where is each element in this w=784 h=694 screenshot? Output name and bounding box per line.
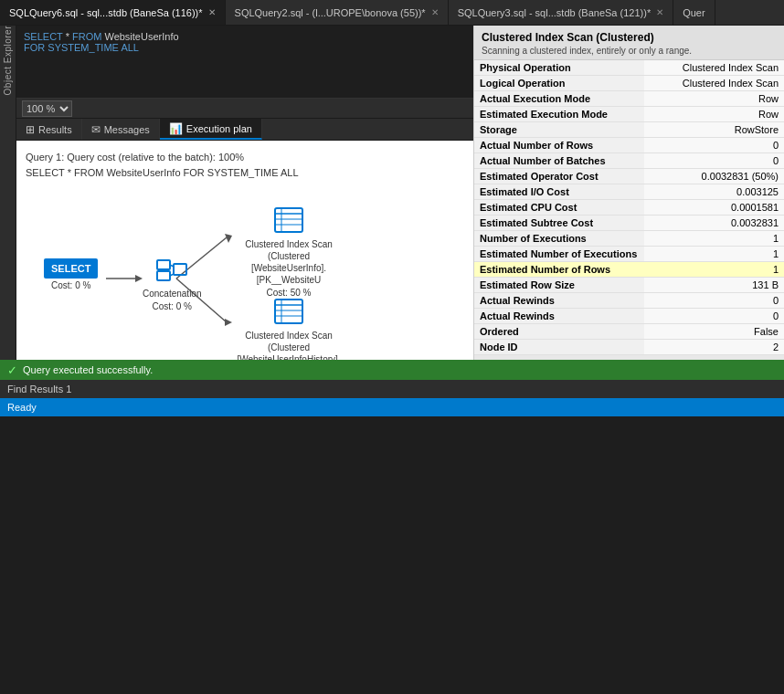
main-row: Object Explorer SELECT * FROM WebsiteUse… — [0, 26, 784, 360]
svg-rect-8 — [174, 264, 186, 275]
tab-results-label: Results — [38, 124, 72, 135]
prop-value: 0 — [644, 293, 784, 309]
props-scroll[interactable]: Physical OperationClustered Index ScanLo… — [474, 60, 784, 360]
sql-line1: SELECT * FROM WebsiteUserInfo — [24, 31, 466, 42]
status-success-bar: ✓ Query executed successfully. — [0, 360, 784, 380]
table-row: Node ID2 — [474, 340, 784, 355]
query-info-line2: SELECT * FROM WebsiteUserInfo FOR SYSTEM… — [26, 165, 464, 181]
kw-all: ALL — [121, 42, 139, 53]
prop-value: 2 — [644, 340, 784, 355]
svg-marker-3 — [225, 234, 232, 243]
table-row: Logical OperationClustered Index Scan — [474, 76, 784, 91]
execution-plan-area[interactable]: Query 1: Query cost (relative to the bat… — [16, 141, 473, 360]
zoom-bar: 100 % 75 % 50 % 125 % 150 % — [16, 99, 473, 119]
prop-value: 0 — [644, 153, 784, 169]
table-row: Actual Number of Rows0 — [474, 138, 784, 153]
ready-text: Ready — [7, 402, 37, 413]
props-header: Clustered Index Scan (Clustered) Scannin… — [474, 26, 784, 60]
find-results-bar: Find Results 1 — [0, 380, 784, 398]
sql-editor[interactable]: SELECT * FROM WebsiteUserInfo FOR SYSTEM… — [16, 26, 473, 99]
query-info: Query 1: Query cost (relative to the bat… — [26, 150, 464, 180]
table-row: Estimated Operator Cost0.0032831 (50%) — [474, 169, 784, 184]
prop-value: Clustered Index Scan — [644, 76, 784, 91]
table-row: Estimated Row Size131 B — [474, 278, 784, 293]
kw-from: FROM — [72, 31, 101, 42]
concat-node[interactable]: Concatenation Cost: 0 % — [143, 253, 202, 311]
prop-label: Estimated Execution Mode — [474, 107, 644, 122]
table-row: StorageRowStore — [474, 122, 784, 138]
tab-sqlquery2[interactable]: SQLQuery2.sql - (l...UROPE\bonova (55))*… — [226, 0, 449, 25]
tab-quer[interactable]: Quer — [673, 0, 715, 25]
results-icon: ⊞ — [26, 123, 35, 136]
prop-label: Actual Rewinds — [474, 293, 644, 309]
select-node[interactable]: SELECT Cost: 0 % — [44, 258, 98, 290]
query-info-line1: Query 1: Query cost (relative to the bat… — [26, 150, 464, 165]
prop-label: Actual Number of Batches — [474, 153, 644, 169]
prop-label: Physical Operation — [474, 60, 644, 76]
tab-sqlquery2-close[interactable]: ✕ — [431, 7, 439, 17]
select-node-label: SELECT — [44, 258, 98, 279]
prop-value: 0 — [644, 309, 784, 324]
sql-table: WebsiteUserInfo — [104, 31, 178, 42]
prop-value: 1 — [644, 247, 784, 262]
center-panel: SELECT * FROM WebsiteUserInfo FOR SYSTEM… — [16, 26, 473, 360]
tab-execution-plan-label: Execution plan — [186, 123, 252, 134]
kw-for: FOR — [24, 42, 45, 53]
plan-content: Query 1: Query cost (relative to the bat… — [16, 141, 473, 360]
concat-cost: Cost: 0 % — [153, 301, 192, 311]
result-tabs: ⊞ Results ✉ Messages 📊 Execution plan — [16, 119, 473, 141]
tab-execution-plan[interactable]: 📊 Execution plan — [160, 119, 262, 140]
prop-value: RowStore — [644, 122, 784, 138]
table-row: Estimated Subtree Cost0.0032831 — [474, 216, 784, 231]
prop-value: 0.003125 — [644, 184, 784, 200]
scan1-label: Clustered Index Scan (Clustered[WebsiteU… — [234, 238, 344, 286]
table-row: Estimated I/O Cost0.003125 — [474, 184, 784, 200]
prop-label: Storage — [474, 122, 644, 138]
kw-select: SELECT — [24, 31, 63, 42]
prop-value: 131 B — [644, 278, 784, 293]
concat-icon — [155, 253, 188, 288]
prop-label: Ordered — [474, 324, 644, 340]
scan1-icon — [272, 204, 305, 238]
props-title: Clustered Index Scan (Clustered) — [482, 31, 777, 44]
properties-panel: Clustered Index Scan (Clustered) Scannin… — [473, 26, 784, 360]
prop-label: Logical Operation — [474, 76, 644, 91]
prop-value: 0.0032831 (50%) — [644, 169, 784, 184]
table-row: Actual Execution ModeRow — [474, 91, 784, 107]
svg-rect-11 — [275, 208, 302, 232]
select-node-cost: Cost: 0 % — [51, 280, 90, 290]
concat-label: Concatenation — [143, 288, 202, 300]
tab-results[interactable]: ⊞ Results — [16, 119, 82, 140]
prop-label: Estimated I/O Cost — [474, 184, 644, 200]
tab-sqlquery3-label: SQLQuery3.sql - sql...stdb (BaneSa (121)… — [458, 7, 652, 18]
prop-value: 0.0001581 — [644, 200, 784, 216]
svg-marker-5 — [225, 319, 232, 326]
prop-label: Estimated Operator Cost — [474, 169, 644, 184]
prop-label: Actual Execution Mode — [474, 91, 644, 107]
tab-messages-label: Messages — [104, 124, 150, 135]
prop-label: Estimated CPU Cost — [474, 200, 644, 216]
status-area: ✓ Query executed successfully. Find Resu… — [0, 360, 784, 694]
tab-sqlquery6-close[interactable]: ✕ — [208, 7, 216, 17]
zoom-select[interactable]: 100 % 75 % 50 % 125 % 150 % — [22, 100, 72, 117]
table-row: Actual Rewinds0 — [474, 309, 784, 324]
tab-messages[interactable]: ✉ Messages — [82, 119, 160, 140]
prop-value: 1 — [644, 262, 784, 278]
prop-label: Estimated Row Size — [474, 278, 644, 293]
prop-label: Estimated Number of Rows — [474, 262, 644, 278]
prop-value: Row — [644, 107, 784, 122]
success-icon: ✓ — [7, 363, 17, 377]
tabs-bar: SQLQuery6.sql - sql...stdb (BaneSa (116)… — [0, 0, 784, 26]
prop-value: 0.0032831 — [644, 216, 784, 231]
plan-icon: 📊 — [169, 122, 183, 135]
table-row: OrderedFalse — [474, 324, 784, 340]
table-row: Estimated CPU Cost0.0001581 — [474, 200, 784, 216]
tab-sqlquery6[interactable]: SQLQuery6.sql - sql...stdb (BaneSa (116)… — [0, 0, 226, 25]
tab-quer-label: Quer — [683, 7, 705, 18]
tab-sqlquery3[interactable]: SQLQuery3.sql - sql...stdb (BaneSa (121)… — [449, 0, 674, 25]
scan1-node[interactable]: Clustered Index Scan (Clustered[WebsiteU… — [234, 204, 344, 298]
tab-sqlquery3-close[interactable]: ✕ — [656, 7, 663, 17]
scan2-node[interactable]: Clustered Index Scan (Clustered[WebsiteU… — [234, 295, 344, 360]
table-row: Estimated Number of Rows1 — [474, 262, 784, 278]
prop-label: Node ID — [474, 340, 644, 355]
